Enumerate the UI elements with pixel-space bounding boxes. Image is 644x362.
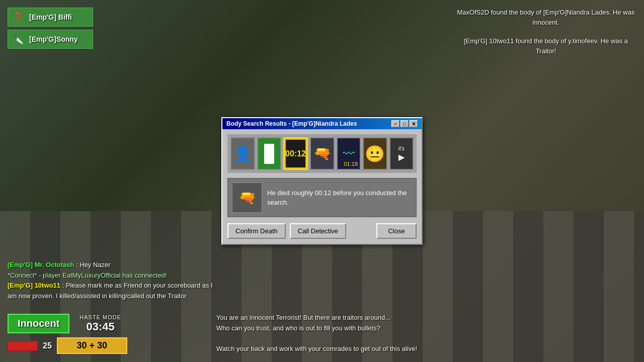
evidence-suspect[interactable]: 😐 — [363, 137, 387, 170]
traitor-bar-icon — [258, 138, 281, 169]
evidence-traitor-icon[interactable] — [257, 137, 282, 170]
evidence-dna[interactable]: 〰 01:18 — [337, 137, 361, 170]
maximize-button[interactable]: □ — [400, 120, 409, 127]
suspect-face: 😐 — [365, 144, 385, 163]
evidence-its-video[interactable]: it's ▶ — [389, 137, 414, 170]
modal-titlebar: Body Search Results - [Emp'G]Niandra Lad… — [222, 118, 422, 129]
its-display: it's ▶ — [390, 138, 413, 169]
dna-wave-icon: 〰 — [343, 147, 355, 161]
death-thumbnail: 🔫 — [232, 183, 262, 213]
modal-overlay: Body Search Results - [Emp'G]Niandra Lad… — [0, 0, 644, 362]
avatar-img: 👤 — [231, 138, 254, 169]
titlebar-buttons: − □ ✕ — [391, 120, 418, 127]
modal-body: 👤 00:12 🔫 — [222, 129, 422, 244]
evidence-timer[interactable]: 00:12 — [283, 137, 308, 170]
evidence-avatar[interactable]: 👤 — [230, 137, 255, 170]
dna-time: 01:18 — [344, 161, 358, 167]
its-label: it's — [398, 146, 405, 151]
weapon-img: 🔫 — [311, 138, 334, 169]
dna-display: 〰 01:18 — [338, 138, 360, 169]
evidence-weapon[interactable]: 🔫 — [310, 137, 335, 170]
death-thumb-icon: 🔫 — [238, 190, 256, 206]
timer-display: 00:12 — [285, 139, 306, 168]
call-detective-button[interactable]: Call Detective — [290, 223, 346, 239]
close-x-button[interactable]: ✕ — [410, 120, 418, 127]
close-button[interactable]: Close — [376, 223, 417, 239]
suspect-img: 😐 — [364, 138, 386, 169]
death-info-box: 🔫 He died roughly 00:12 before you condu… — [227, 178, 417, 217]
death-description: He died roughly 00:12 before you conduct… — [267, 188, 412, 208]
body-search-dialog: Body Search Results - [Emp'G]Niandra Lad… — [221, 117, 423, 245]
modal-title: Body Search Results - [Emp'G]Niandra Lad… — [226, 120, 357, 127]
timer-value: 00:12 — [285, 149, 306, 158]
minimize-button[interactable]: − — [391, 120, 399, 127]
confirm-death-button[interactable]: Confirm Death — [227, 223, 286, 239]
evidence-row: 👤 00:12 🔫 — [227, 134, 417, 173]
traitor-bar-shape — [264, 144, 274, 164]
action-buttons: Confirm Death Call Detective Close — [227, 223, 417, 239]
play-icon: ▶ — [398, 152, 405, 162]
